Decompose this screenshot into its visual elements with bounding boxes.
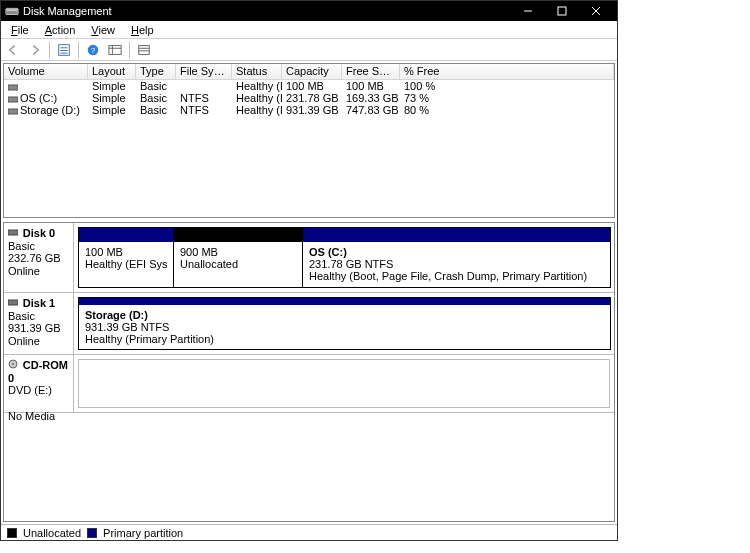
col-capacity[interactable]: Capacity [282, 64, 342, 79]
partition-bar [79, 228, 173, 242]
svg-rect-16 [139, 45, 150, 54]
partition[interactable]: OS (C:) 231.78 GB NTFS Healthy (Boot, Pa… [302, 227, 611, 288]
table-row[interactable]: OS (C:) Simple Basic NTFS Healthy (B... … [4, 92, 614, 104]
volume-list-pane: Volume Layout Type File System Status Ca… [3, 63, 615, 218]
col-pctfree[interactable]: % Free [400, 64, 614, 79]
toolbar: ? [1, 39, 617, 61]
disk-graphic-pane: Disk 0 Basic 232.76 GB Online 100 MB Hea… [3, 222, 615, 522]
col-filesystem[interactable]: File System [176, 64, 232, 79]
disk-info[interactable]: Disk 0 Basic 232.76 GB Online [4, 223, 74, 292]
col-layout[interactable]: Layout [88, 64, 136, 79]
partition[interactable]: Storage (D:) 931.39 GB NTFS Healthy (Pri… [78, 297, 611, 350]
svg-rect-4 [558, 7, 566, 15]
svg-rect-9 [61, 50, 68, 51]
disk-icon [8, 298, 21, 309]
svg-text:?: ? [91, 45, 96, 54]
col-freespace[interactable]: Free Spa... [342, 64, 400, 79]
app-icon [5, 4, 19, 18]
menu-help[interactable]: Help [123, 23, 162, 37]
cdrom-icon [8, 360, 21, 371]
partition-bar [79, 298, 610, 305]
partition-unallocated[interactable]: 900 MB Unallocated [173, 227, 303, 288]
legend-bar: Unallocated Primary partition [1, 524, 617, 540]
disk-icon [8, 228, 21, 239]
svg-rect-22 [8, 230, 18, 235]
menu-action[interactable]: Action [37, 23, 84, 37]
forward-button[interactable] [25, 41, 45, 59]
toolbar-settings-button[interactable] [54, 41, 74, 59]
disk-name: Disk 0 [23, 227, 55, 239]
col-volume[interactable]: Volume [4, 64, 88, 79]
col-type[interactable]: Type [136, 64, 176, 79]
disk-partitions-empty[interactable] [78, 359, 610, 408]
swatch-unallocated [7, 528, 17, 538]
svg-point-2 [15, 12, 17, 14]
disk-row: Disk 0 Basic 232.76 GB Online 100 MB Hea… [4, 223, 614, 293]
svg-rect-23 [8, 300, 18, 305]
volume-icon [8, 106, 18, 116]
swatch-primary [87, 528, 97, 538]
table-row[interactable]: Storage (D:) Simple Basic NTFS Healthy (… [4, 104, 614, 116]
disk-partitions: 100 MB Healthy (EFI System Part 900 MB U… [74, 223, 614, 292]
maximize-button[interactable] [545, 1, 579, 21]
volume-icon [8, 82, 18, 92]
disk-info[interactable]: CD-ROM 0 DVD (E:) No Media [4, 355, 74, 412]
back-button[interactable] [3, 41, 23, 59]
column-headers: Volume Layout Type File System Status Ca… [4, 64, 614, 80]
partition[interactable]: 100 MB Healthy (EFI System Part [78, 227, 174, 288]
svg-rect-20 [8, 97, 18, 102]
partition-bar [174, 228, 302, 242]
partition-title: Storage (D:) [85, 309, 148, 321]
toolbar-list-button[interactable] [134, 41, 154, 59]
menu-bar: File Action View Help [1, 21, 617, 39]
partition-bar [303, 228, 610, 242]
svg-rect-10 [61, 52, 68, 53]
close-button[interactable] [579, 1, 613, 21]
disk-partitions: Storage (D:) 931.39 GB NTFS Healthy (Pri… [74, 293, 614, 354]
title-bar[interactable]: Disk Management [1, 1, 617, 21]
svg-rect-8 [61, 47, 68, 48]
svg-rect-19 [8, 85, 18, 90]
legend-label: Unallocated [23, 527, 81, 539]
help-button[interactable]: ? [83, 41, 103, 59]
toolbar-details-button[interactable] [105, 41, 125, 59]
disk-info[interactable]: Disk 1 Basic 931.39 GB Online [4, 293, 74, 354]
table-row[interactable]: Simple Basic Healthy (E... 100 MB 100 MB… [4, 80, 614, 92]
svg-rect-21 [8, 109, 18, 114]
svg-rect-13 [109, 45, 121, 54]
disk-row: CD-ROM 0 DVD (E:) No Media [4, 355, 614, 413]
partition-title: OS (C:) [309, 246, 347, 258]
disk-row: Disk 1 Basic 931.39 GB Online Storage (D… [4, 293, 614, 355]
minimize-button[interactable] [511, 1, 545, 21]
col-status[interactable]: Status [232, 64, 282, 79]
svg-rect-1 [7, 9, 18, 11]
window-title: Disk Management [23, 5, 112, 17]
disk-management-window: Disk Management File Action View Help [0, 0, 618, 541]
menu-view[interactable]: View [83, 23, 123, 37]
volume-list-body[interactable]: Simple Basic Healthy (E... 100 MB 100 MB… [4, 80, 614, 217]
legend-label: Primary partition [103, 527, 183, 539]
volume-icon [8, 94, 18, 104]
svg-point-25 [12, 363, 14, 365]
disk-name: Disk 1 [23, 297, 55, 309]
menu-file[interactable]: File [3, 23, 37, 37]
